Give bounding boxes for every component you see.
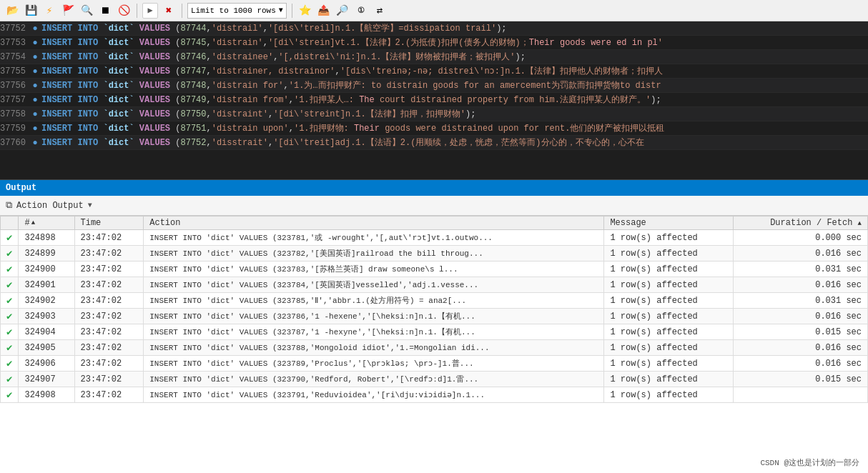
sql-row-4: 37756 ● INSERT INTO `dict` VALUES (87748… (0, 79, 868, 93)
dot-6: ● (31, 107, 39, 121)
main-toolbar: 📂 💾 ⚡ 🚩 🔍 ⏹ 🚫 ▶ ✖ Limit to 1000 rows ▼ ⭐… (0, 0, 868, 21)
dot-2: ● (31, 50, 39, 64)
row-num: 324907 (19, 372, 74, 387)
sql-text-1: INSERT INTO `dict` VALUES (87745,'distra… (39, 36, 663, 50)
sql-row-3: 37755 ● INSERT INTO `dict` VALUES (87747… (0, 64, 868, 79)
dot-1: ● (31, 36, 39, 50)
line-num-3: 37755 (0, 64, 31, 79)
row-duration: 0.015 sec (734, 324, 868, 340)
swap-icon[interactable]: ⇄ (372, 3, 388, 19)
line-num-4: 37756 (0, 79, 31, 93)
table-row: ✔ 324907 23:47:02 INSERT INTO 'dict' VAL… (1, 372, 868, 387)
row-time: 23:47:02 (74, 387, 144, 403)
flag-icon[interactable]: 🚩 (60, 3, 76, 19)
row-num: 324904 (19, 324, 74, 340)
dot-3: ● (31, 64, 39, 79)
cancel-icon[interactable]: ✖ (161, 3, 177, 19)
status-ok-icon: ✔ (6, 311, 12, 322)
result-table: # ▲ Time Action Message Duration / Fetch… (0, 216, 868, 473)
sql-row-2: 37754 ● INSERT INTO `dict` VALUES (87746… (0, 50, 868, 64)
sql-text-8: INSERT INTO `dict` VALUES (87752,'disstr… (39, 136, 644, 150)
row-time: 23:47:02 (74, 262, 144, 277)
sep3 (292, 4, 292, 18)
status-ok-icon: ✔ (6, 342, 12, 354)
row-num: 324903 (19, 309, 74, 324)
output-header: Output (0, 180, 868, 196)
row-action: INSERT INTO 'dict' VALUES (323781,'或 -wr… (144, 230, 604, 246)
status-ok-icon: ✔ (6, 327, 12, 338)
find-icon[interactable]: 🔎 (335, 3, 350, 19)
dot-8: ● (31, 136, 39, 150)
id-icon[interactable]: ① (353, 3, 369, 19)
row-message: 1 row(s) affected (604, 340, 734, 356)
table-row: ✔ 324903 23:47:02 INSERT INTO 'dict' VAL… (1, 309, 868, 324)
status-ok-icon: ✔ (6, 279, 12, 291)
sql-row-7: 37759 ● INSERT INTO `dict` VALUES (87751… (0, 121, 868, 136)
row-duration (734, 387, 868, 403)
col-time[interactable]: Time (74, 216, 144, 230)
sql-row-5: 37757 ● INSERT INTO `dict` VALUES (87749… (0, 93, 868, 107)
table-scroll-wrapper[interactable]: # ▲ Time Action Message Duration / Fetch… (0, 216, 868, 473)
limit-dropdown-icon[interactable]: ▼ (279, 6, 283, 14)
col-action[interactable]: Action (144, 216, 604, 230)
output-toolbar: ⧉ Action Output ▼ (0, 196, 868, 216)
row-duration: 0.016 sec (734, 340, 868, 356)
status-cell: ✔ (1, 246, 19, 262)
run-icon[interactable]: ▶ (142, 3, 158, 19)
sql-content: 37752 ● INSERT INTO `dict` VALUES (87744… (0, 21, 868, 180)
save-icon[interactable]: 💾 (23, 3, 39, 19)
dot-4: ● (31, 79, 39, 93)
status-cell: ✔ (1, 324, 19, 340)
row-action: INSERT INTO 'dict' VALUES (323782,'[美国英语… (144, 246, 604, 262)
row-message: 1 row(s) affected (604, 277, 734, 293)
row-action: INSERT INTO 'dict' VALUES (323785,'Ⅱ','a… (144, 293, 604, 309)
sql-row-6: 37758 ● INSERT INTO `dict` VALUES (87750… (0, 107, 868, 121)
col-duration[interactable]: Duration / Fetch ▲ (734, 216, 868, 230)
export-icon[interactable]: 📤 (316, 3, 332, 19)
open-folder-icon[interactable]: 📂 (4, 3, 20, 19)
row-time: 23:47:02 (74, 340, 144, 356)
row-action: INSERT INTO 'dict' VALUES (323788,'Mongo… (144, 340, 604, 356)
status-cell: ✔ (1, 372, 19, 387)
sql-row-0: 37752 ● INSERT INTO `dict` VALUES (87744… (0, 21, 868, 36)
row-num: 324900 (19, 262, 74, 277)
search-icon[interactable]: 🔍 (79, 3, 94, 19)
watermark: CSDN @这也是计划的一部分 (757, 457, 862, 469)
line-num-7: 37759 (0, 121, 31, 136)
result-data-table: # ▲ Time Action Message Duration / Fetch… (0, 216, 868, 403)
status-ok-icon: ✔ (6, 389, 12, 401)
status-ok-icon: ✔ (6, 295, 12, 307)
status-ok-icon: ✔ (6, 264, 12, 275)
sql-text-4: INSERT INTO `dict` VALUES (87748,'distra… (39, 79, 661, 93)
output-panel: Output ⧉ Action Output ▼ # ▲ Time Action… (0, 180, 868, 473)
row-message: 1 row(s) affected (604, 387, 734, 403)
row-message: 1 row(s) affected (604, 293, 734, 309)
row-num: 324902 (19, 293, 74, 309)
row-action: INSERT INTO 'dict' VALUES (323787,'1 -he… (144, 324, 604, 340)
table-row: ✔ 324898 23:47:02 INSERT INTO 'dict' VAL… (1, 230, 868, 246)
sql-editor-area: 37752 ● INSERT INTO `dict` VALUES (87744… (0, 21, 868, 180)
col-num[interactable]: # ▲ (19, 216, 74, 230)
block-icon[interactable]: 🚫 (116, 3, 132, 19)
sql-text-6: INSERT INTO `dict` VALUES (87750,'distra… (39, 107, 475, 121)
copy-icon[interactable]: ⧉ (6, 200, 12, 211)
limit-select-container[interactable]: Limit to 1000 rows ▼ (187, 3, 287, 19)
status-cell: ✔ (1, 387, 19, 403)
row-time: 23:47:02 (74, 309, 144, 324)
row-action: INSERT INTO 'dict' VALUES (323791,'Reduv… (144, 387, 604, 403)
row-num: 324899 (19, 246, 74, 262)
stop-icon[interactable]: ⏹ (97, 3, 113, 19)
dot-7: ● (31, 121, 39, 136)
star-icon[interactable]: ⭐ (297, 3, 313, 19)
line-num-0: 37752 (0, 21, 31, 36)
col-message[interactable]: Message (604, 216, 734, 230)
limit-label: Limit to 1000 rows (191, 6, 276, 15)
execute-icon[interactable]: ⚡ (41, 3, 57, 19)
row-time: 23:47:02 (74, 230, 144, 246)
row-message: 1 row(s) affected (604, 230, 734, 246)
sql-text-3: INSERT INTO `dict` VALUES (87747,'distra… (39, 64, 663, 79)
col-status (1, 216, 19, 230)
result-tbody: ✔ 324898 23:47:02 INSERT INTO 'dict' VAL… (1, 230, 868, 403)
table-row: ✔ 324899 23:47:02 INSERT INTO 'dict' VAL… (1, 246, 868, 262)
output-dropdown-icon[interactable]: ▼ (88, 201, 92, 209)
